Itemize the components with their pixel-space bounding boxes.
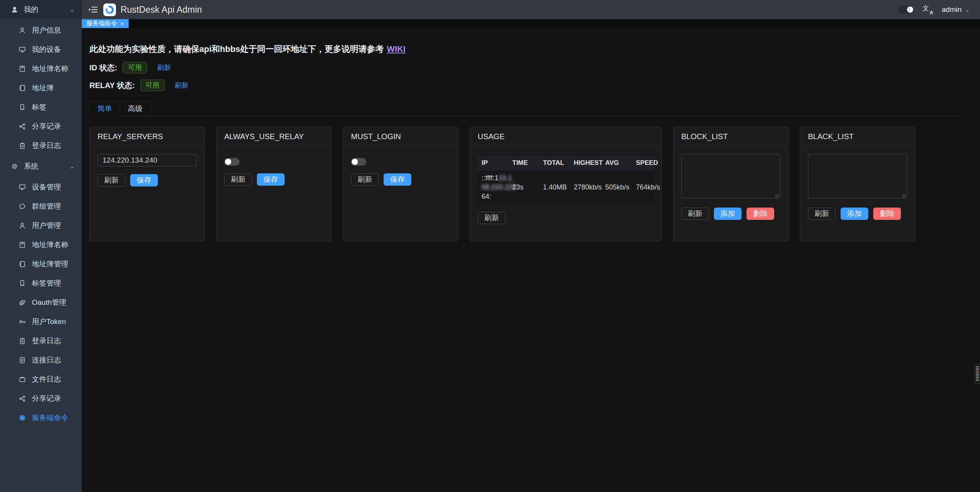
user-menu[interactable]: admin <box>942 5 970 14</box>
card-title: ALWAYS_USE_RELAY <box>217 127 331 146</box>
topbar-right: ☾ 文A admin <box>898 5 970 15</box>
always-use-relay-refresh-button[interactable]: 刷新 <box>224 173 252 186</box>
redacted-ip-part: 58.233.225 <box>482 183 516 191</box>
black-list-textarea[interactable] <box>808 154 907 198</box>
sidebar-item-label: 标签 <box>32 102 46 112</box>
wiki-link[interactable]: WIKI <box>387 44 406 54</box>
block-list-add-button[interactable]: 添加 <box>714 208 742 220</box>
sidebar-item-share-records[interactable]: 分享记录 <box>0 117 82 136</box>
black-list-delete-button[interactable]: 删除 <box>873 208 901 220</box>
collapse-menu-icon[interactable] <box>88 5 98 14</box>
sidebar-item-user-mgmt[interactable]: 用户管理 <box>0 216 82 235</box>
sidebar-item-user-token[interactable]: 用户Token <box>0 312 82 331</box>
sidebar-item-label: 登录日志 <box>32 336 61 346</box>
black-list-add-button[interactable]: 添加 <box>841 208 868 220</box>
card-usage: USAGE IP TIME TOTAL HIGHEST AVG <box>470 127 662 241</box>
sidebar-item-addressbook-names-mgmt[interactable]: 地址簿名称 <box>0 235 82 254</box>
black-list-refresh-button[interactable]: 刷新 <box>808 208 836 220</box>
sidebar-section-label: 系统 <box>24 161 70 171</box>
sidebar-item-user-info[interactable]: 用户信息 <box>0 21 82 40</box>
relay-status-refresh-link[interactable]: 刷新 <box>175 81 189 90</box>
language-switch-icon[interactable]: 文A <box>922 5 933 15</box>
tab-label: 服务端命令 <box>86 20 117 28</box>
relay-servers-refresh-button[interactable]: 刷新 <box>98 174 125 186</box>
must-login-refresh-button[interactable]: 刷新 <box>351 173 379 186</box>
folder-icon <box>18 376 26 383</box>
sidebar-item-device-mgmt[interactable]: 设备管理 <box>0 178 82 197</box>
share-icon <box>18 123 26 130</box>
block-list-refresh-button[interactable]: 刷新 <box>681 208 709 220</box>
moon-icon: ☾ <box>907 7 913 13</box>
sidebar-item-file-logs[interactable]: 文件日志 <box>0 370 82 389</box>
card-title: RELAY_SERVERS <box>90 127 204 146</box>
sidebar-item-connection-logs[interactable]: 连接日志 <box>0 351 82 370</box>
block-list-textarea[interactable] <box>681 154 780 198</box>
sidebar-item-label: 地址簿 <box>32 83 54 93</box>
dark-mode-toggle[interactable]: ☾ <box>898 6 914 13</box>
document-icon <box>18 356 26 364</box>
sidebar-item-label: 用户管理 <box>32 221 61 231</box>
minimap-bar <box>976 379 979 379</box>
id-status-row: ID 状态: 可用 刷新 <box>89 62 965 73</box>
sidebar-item-tags[interactable]: 标签 <box>0 98 82 117</box>
page-tabstrip: 服务端命令 × <box>82 19 980 28</box>
chevron-up-icon <box>70 164 75 169</box>
sidebar-item-label: 地址簿名称 <box>32 240 68 250</box>
sidebar-item-label: 登录日志 <box>32 141 61 151</box>
chat-bubble-icon <box>18 203 26 210</box>
always-use-relay-toggle[interactable] <box>224 158 240 166</box>
notebook-rings-icon <box>18 84 26 92</box>
minimap-bar <box>976 368 979 369</box>
sidebar-item-login-logs[interactable]: 登录日志 <box>0 136 82 155</box>
tab-server-commands[interactable]: 服务端命令 × <box>82 19 129 28</box>
card-black-list: BLACK_LIST 刷新 添加 删除 <box>800 127 915 241</box>
tab-simple[interactable]: 简单 <box>89 101 120 116</box>
relay-servers-input[interactable] <box>98 154 197 166</box>
sidebar-item-addressbook-names[interactable]: 地址簿名称 <box>0 59 82 78</box>
user-filled-icon <box>11 6 18 13</box>
redacted-ip-part: 23.1. <box>498 174 514 182</box>
sidebar-item-label: 标签管理 <box>32 278 61 288</box>
sidebar-item-label: 连接日志 <box>32 355 61 365</box>
sidebar-item-label: 地址簿管理 <box>32 259 68 269</box>
sidebar-item-addressbook-mgmt[interactable]: 地址簿管理 <box>0 254 82 274</box>
sidebar-section-system[interactable]: 系统 <box>0 157 82 176</box>
rustdesk-logo <box>103 3 116 16</box>
card-relay-servers: RELAY_SERVERS 刷新 保存 <box>89 127 205 241</box>
page-minimap-widget[interactable] <box>975 364 980 384</box>
sidebar-item-group-mgmt[interactable]: 群组管理 <box>0 197 82 216</box>
id-status-refresh-link[interactable]: 刷新 <box>157 63 171 72</box>
app-title: RustDesk Api Admin <box>121 5 202 15</box>
resize-grip-icon[interactable] <box>902 194 906 198</box>
sidebar-item-label: 用户信息 <box>32 25 61 35</box>
minimap-bar <box>976 374 979 375</box>
tab-advanced[interactable]: 高级 <box>120 101 151 116</box>
sidebar-item-addressbook[interactable]: 地址簿 <box>0 78 82 98</box>
notebook-rings-icon <box>18 260 26 268</box>
resize-grip-icon[interactable] <box>775 194 779 198</box>
must-login-save-button[interactable]: 保存 <box>384 173 411 186</box>
sidebar-item-share-records-sys[interactable]: 分享记录 <box>0 389 82 408</box>
usage-refresh-button[interactable]: 刷新 <box>478 212 505 224</box>
sidebar-item-label: 分享记录 <box>32 394 61 404</box>
sidebar: 我的 用户信息 我的设备 地址簿名称 地址簿 标签 <box>0 0 82 492</box>
relay-servers-save-button[interactable]: 保存 <box>130 174 158 186</box>
block-list-delete-button[interactable]: 删除 <box>747 208 774 220</box>
minimap-bar <box>976 372 979 373</box>
minimap-bar <box>976 371 979 372</box>
tab-close-icon[interactable]: × <box>121 21 124 27</box>
bookmark-icon <box>18 103 26 111</box>
always-use-relay-save-button[interactable]: 保存 <box>257 173 285 186</box>
sidebar-item-tag-mgmt[interactable]: 标签管理 <box>0 274 82 293</box>
sidebar-item-login-logs-sys[interactable]: 登录日志 <box>0 331 82 351</box>
mode-tabs: 简单 高级 <box>89 101 965 116</box>
sidebar-item-oauth-mgmt[interactable]: Oauth管理 <box>0 293 82 312</box>
must-login-toggle[interactable] <box>351 158 366 166</box>
sidebar-item-label: 群组管理 <box>32 201 61 211</box>
sidebar-section-mine[interactable]: 我的 <box>0 0 82 19</box>
notebook-icon <box>18 65 26 73</box>
monitor-icon <box>18 46 26 53</box>
sidebar-item-my-devices[interactable]: 我的设备 <box>0 40 82 59</box>
sidebar-item-server-commands[interactable]: 服务端命令 <box>0 408 82 427</box>
card-block-list: BLOCK_LIST 刷新 添加 删除 <box>673 127 788 241</box>
